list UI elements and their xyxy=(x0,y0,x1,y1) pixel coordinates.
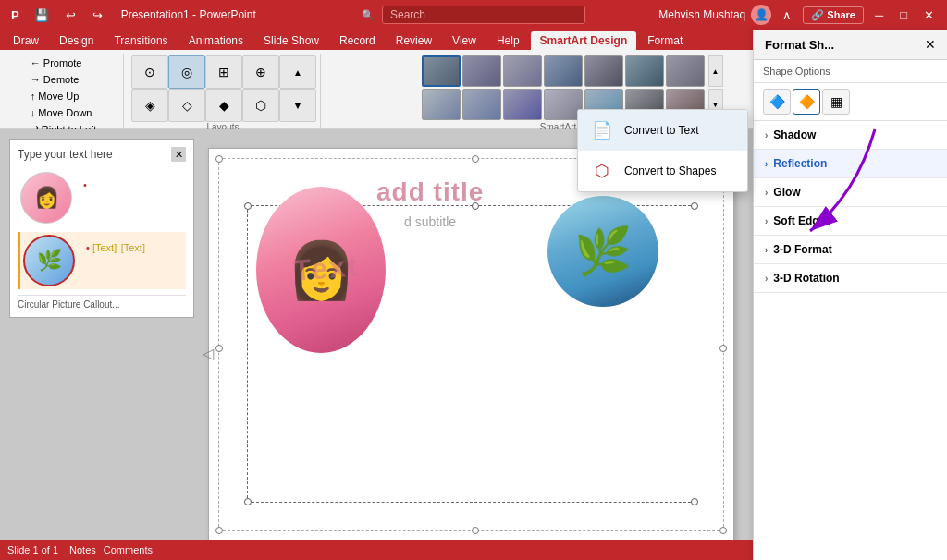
girl-2-icon: 🌿 xyxy=(574,225,632,278)
text-panel-close-button[interactable]: ✕ xyxy=(171,147,186,162)
thumbnail-2: 🌿 xyxy=(23,235,75,286)
handle-bl[interactable] xyxy=(215,527,223,534)
layout-item-4[interactable]: ⊕ xyxy=(242,55,279,89)
convert-dropdown: 📄 Convert to Text ⬡ Convert to Shapes xyxy=(577,109,748,192)
format-panel-title: Format Sh... xyxy=(765,38,834,52)
title-bar-center: 🔍 xyxy=(362,6,585,24)
tab-help[interactable]: Help xyxy=(487,31,529,50)
handle-tl[interactable] xyxy=(215,155,223,163)
handle-ml[interactable] xyxy=(215,345,223,352)
thumbnail-1-text: • xyxy=(80,172,183,224)
title-bar-right: Mehvish Mushtaq 👤 ∧ 🔗 Share ─ □ ✕ xyxy=(658,5,940,25)
layout-item-5[interactable]: ▲ xyxy=(279,55,316,89)
style-item-5[interactable] xyxy=(584,55,623,87)
promote-demote-group: ← Promote → Demote ↑ Move Up ↓ Move Down… xyxy=(4,54,124,128)
bullet-2: • xyxy=(86,242,92,253)
reflection-chevron: › xyxy=(765,159,768,169)
notes-button[interactable]: Notes xyxy=(69,544,96,555)
3d-rotation-chevron: › xyxy=(765,274,768,284)
handle-bm[interactable] xyxy=(472,527,479,534)
move-up-button[interactable]: ↑ Move Up xyxy=(27,89,83,103)
text-panel-footer: Circular Picture Callout... xyxy=(18,295,186,310)
convert-to-text-item[interactable]: 📄 Convert to Text xyxy=(578,110,747,151)
glow-section: › Glow xyxy=(754,178,947,207)
shape-options-tab[interactable]: Shape Options xyxy=(754,60,947,83)
save-button[interactable]: 💾 xyxy=(29,6,55,24)
shadow-label: Shadow xyxy=(773,128,816,141)
redo-button[interactable]: ↪ xyxy=(87,6,108,24)
undo-button[interactable]: ↩ xyxy=(60,6,81,24)
move-down-button[interactable]: ↓ Move Down xyxy=(27,105,96,120)
layout-item-8[interactable]: ◆ xyxy=(205,89,242,122)
slide-canvas[interactable]: 👩 add title d subtitle Text 🌿 ◁ xyxy=(208,148,734,542)
glow-chevron: › xyxy=(765,188,768,198)
demote-button[interactable]: → Demote xyxy=(27,72,83,87)
convert-to-shapes-item[interactable]: ⬡ Convert to Shapes xyxy=(578,151,747,191)
promote-button[interactable]: ← Promote xyxy=(27,55,86,70)
layout-item-3[interactable]: ⊞ xyxy=(205,55,242,89)
format-panel-header: Format Sh... ✕ xyxy=(754,30,947,60)
style-item-3[interactable] xyxy=(503,55,542,87)
soft-edges-section-header[interactable]: › Soft Edges xyxy=(754,207,947,235)
style-item-7[interactable] xyxy=(666,55,705,87)
style-item-1[interactable] xyxy=(422,55,461,87)
layout-item-1[interactable]: ⊙ xyxy=(131,55,168,89)
layout-item-7[interactable]: ◇ xyxy=(168,89,205,122)
inner-handle-tl[interactable] xyxy=(244,202,252,210)
convert-to-shapes-label: Convert to Shapes xyxy=(624,164,716,177)
style-item-4[interactable] xyxy=(544,55,583,87)
text-panel-title: Type your text here xyxy=(18,148,113,161)
bullet-1: • xyxy=(83,179,87,190)
format-panel-close[interactable]: ✕ xyxy=(925,37,936,52)
style-item-9[interactable] xyxy=(462,89,501,120)
slide-nav-left[interactable]: ◁ xyxy=(203,345,214,362)
reflection-section-header[interactable]: › Reflection xyxy=(754,150,947,177)
tab-review[interactable]: Review xyxy=(387,31,441,50)
tab-draw[interactable]: Draw xyxy=(4,31,48,50)
inner-handle-br[interactable] xyxy=(691,498,698,505)
search-input[interactable] xyxy=(382,6,585,24)
effects-tab-icon[interactable]: 🔶 xyxy=(793,89,820,115)
layout-item-2[interactable]: ◎ xyxy=(168,55,205,89)
tab-format[interactable]: Format xyxy=(638,31,692,50)
tab-smartart-design[interactable]: SmartArt Design xyxy=(531,31,637,50)
handle-tm[interactable] xyxy=(472,155,479,163)
text-panel-header: Type your text here ✕ xyxy=(18,147,186,162)
format-panel: Format Sh... ✕ Shape Options 🔷 🔶 ▦ › Sha… xyxy=(753,30,947,560)
glow-label: Glow xyxy=(773,186,800,199)
comments-button[interactable]: Comments xyxy=(104,544,153,555)
ribbon-collapse-button[interactable]: ∧ xyxy=(777,6,797,24)
fill-tab-icon[interactable]: 🔷 xyxy=(763,89,791,115)
style-item-8[interactable] xyxy=(422,89,461,120)
handle-br[interactable] xyxy=(719,527,727,534)
tab-design[interactable]: Design xyxy=(50,31,103,50)
tab-transitions[interactable]: Transitions xyxy=(105,31,177,50)
tab-slideshow[interactable]: Slide Show xyxy=(254,31,328,50)
glow-section-header[interactable]: › Glow xyxy=(754,178,947,206)
share-button[interactable]: 🔗 Share xyxy=(803,6,864,24)
close-button[interactable]: ✕ xyxy=(918,6,940,24)
layout-item-6[interactable]: ◈ xyxy=(131,89,168,122)
minimize-button[interactable]: ─ xyxy=(869,6,889,24)
inner-handle-bl[interactable] xyxy=(244,498,252,505)
handle-mr[interactable] xyxy=(719,345,727,352)
tab-record[interactable]: Record xyxy=(330,31,385,50)
tab-view[interactable]: View xyxy=(443,31,486,50)
style-item-2[interactable] xyxy=(462,55,501,87)
thumbnail-1-emoji: 👩 xyxy=(34,186,59,210)
style-item-6[interactable] xyxy=(625,55,664,87)
layout-item-scroll[interactable]: ▼ xyxy=(279,89,316,122)
3d-format-chevron: › xyxy=(765,245,768,255)
layout-item-9[interactable]: ⬡ xyxy=(242,89,279,122)
shadow-section-header[interactable]: › Shadow xyxy=(754,121,947,149)
list-item: 🌿 • [Text] [Text] xyxy=(18,232,186,289)
styles-scroll-up[interactable]: ▲ xyxy=(708,55,723,87)
layout-tab-icon[interactable]: ▦ xyxy=(822,89,850,115)
tab-animations[interactable]: Animations xyxy=(179,31,252,50)
style-item-10[interactable] xyxy=(503,89,542,120)
restore-button[interactable]: □ xyxy=(894,6,913,24)
3d-rotation-section-header[interactable]: › 3-D Rotation xyxy=(754,264,947,292)
format-panel-tabs: 🔷 🔶 ▦ xyxy=(754,83,947,121)
soft-edges-section: › Soft Edges xyxy=(754,207,947,236)
3d-format-section-header[interactable]: › 3-D Format xyxy=(754,236,947,263)
